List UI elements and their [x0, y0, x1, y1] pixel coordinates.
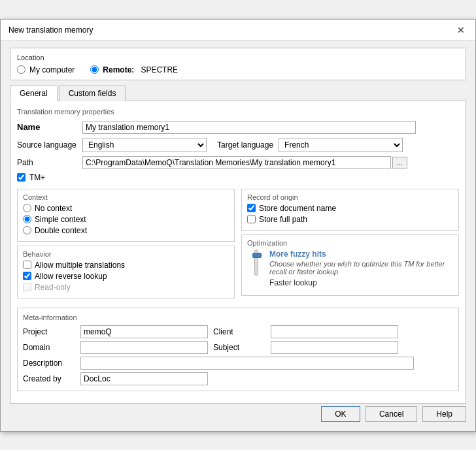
store-full-path-label: Store full path	[259, 215, 307, 224]
double-context-radio[interactable]	[23, 226, 31, 234]
more-fuzzy-label: More fuzzy hits	[269, 249, 453, 259]
created-by-input[interactable]	[80, 372, 208, 385]
faster-lookup-label: Faster lookup	[269, 278, 453, 287]
path-input[interactable]	[82, 156, 391, 169]
tm-plus-label: TM+	[29, 173, 45, 182]
name-row: Name	[17, 121, 459, 134]
meta-grid: Project Client Domain Subject Descriptio…	[23, 325, 453, 385]
location-section: Location My computer Remote: SPECTRE	[10, 48, 466, 80]
target-language-label: Target language	[217, 140, 273, 150]
description-input[interactable]	[80, 357, 414, 370]
client-input[interactable]	[271, 325, 398, 338]
store-doc-name-label: Store document name	[259, 204, 336, 213]
domain-input[interactable]	[80, 341, 208, 354]
dialog-body: Location My computer Remote: SPECTRE Gen…	[1, 41, 475, 431]
context-label: Context	[23, 193, 229, 201]
location-label: Location	[17, 54, 459, 61]
path-row: Path ...	[17, 156, 459, 169]
dialog: New translation memory ✕ Location My com…	[0, 19, 476, 432]
created-by-label: Created by	[23, 374, 75, 383]
no-context-radio[interactable]	[23, 204, 31, 212]
optimization-box: Optimization More fuzzy hits Choose whet…	[241, 234, 459, 296]
simple-context-label: Simple context	[35, 215, 86, 224]
tab-custom-fields[interactable]: Custom fields	[59, 86, 126, 101]
target-language-select[interactable]: French English German Spanish	[279, 138, 403, 152]
name-input[interactable]	[82, 121, 416, 134]
remote-radio[interactable]	[90, 65, 99, 74]
help-button[interactable]: Help	[422, 406, 466, 422]
opt-description: Choose whether you wish to optimize this…	[269, 260, 453, 276]
source-language-select[interactable]: English French German Spanish	[82, 138, 207, 152]
record-origin-label: Record of origin	[247, 193, 453, 201]
subject-label: Subject	[213, 343, 265, 352]
behavior-label: Behavior	[23, 250, 229, 258]
remote-label: Remote:	[103, 65, 134, 74]
double-context-item: Double context	[23, 226, 229, 235]
tm-plus-row: TM+	[17, 173, 459, 182]
meta-label: Meta-information	[23, 313, 453, 321]
record-origin-box: Record of origin Store document name Sto…	[241, 189, 459, 231]
path-label: Path	[17, 158, 82, 167]
two-col-section: Context No context Simple context Double…	[17, 189, 459, 302]
ok-button[interactable]: OK	[321, 406, 360, 422]
source-language-label: Source language	[17, 140, 82, 150]
cancel-button[interactable]: Cancel	[366, 406, 417, 422]
optimization-label: Optimization	[247, 239, 453, 247]
my-computer-radio[interactable]	[17, 65, 26, 74]
domain-label: Domain	[23, 343, 75, 352]
description-label: Description	[23, 359, 75, 368]
read-only-item: Read-only	[23, 283, 229, 292]
title-bar: New translation memory ✕	[1, 20, 475, 41]
project-label: Project	[23, 327, 75, 336]
allow-reverse-label: Allow reverse lookup	[35, 272, 107, 281]
read-only-label: Read-only	[35, 283, 71, 292]
store-full-path-checkbox[interactable]	[247, 215, 256, 223]
my-computer-label: My computer	[29, 65, 75, 74]
name-label: Name	[17, 122, 82, 132]
store-full-path-item: Store full path	[247, 215, 453, 224]
left-col: Context No context Simple context Double…	[17, 189, 235, 302]
allow-multiple-checkbox[interactable]	[23, 261, 31, 269]
right-col: Record of origin Store document name Sto…	[241, 189, 459, 302]
simple-context-radio[interactable]	[23, 215, 31, 223]
store-doc-name-checkbox[interactable]	[247, 204, 256, 212]
simple-context-item: Simple context	[23, 215, 229, 224]
allow-multiple-label: Allow multiple translations	[35, 261, 125, 270]
tab-general-content: Translation memory properties Name Sourc…	[10, 101, 466, 404]
location-row: My computer Remote: SPECTRE	[17, 65, 459, 74]
allow-reverse-checkbox[interactable]	[23, 272, 31, 280]
no-context-label: No context	[35, 204, 72, 213]
no-context-item: No context	[23, 204, 229, 213]
dialog-title: New translation memory	[8, 25, 93, 35]
my-computer-option: My computer	[17, 65, 75, 74]
props-section-label: Translation memory properties	[17, 108, 459, 116]
meta-box: Meta-information Project Client Domain S…	[17, 308, 459, 391]
double-context-label: Double context	[35, 226, 87, 235]
store-doc-name-item: Store document name	[247, 204, 453, 213]
behavior-box: Behavior Allow multiple translations All…	[17, 246, 235, 298]
language-row: Source language English French German Sp…	[17, 138, 459, 152]
button-row: OK Cancel Help	[10, 404, 466, 422]
browse-button[interactable]: ...	[392, 157, 407, 169]
context-box: Context No context Simple context Double…	[17, 189, 235, 242]
remote-value: SPECTRE	[141, 65, 178, 74]
subject-input[interactable]	[271, 341, 398, 354]
optimization-row: More fuzzy hits Choose whether you wish …	[247, 249, 453, 287]
tm-plus-checkbox[interactable]	[17, 173, 26, 182]
client-label: Client	[213, 327, 265, 336]
tab-general[interactable]: General	[10, 86, 58, 101]
allow-reverse-item: Allow reverse lookup	[23, 272, 229, 281]
read-only-checkbox[interactable]	[23, 283, 31, 291]
opt-text: More fuzzy hits Choose whether you wish …	[269, 249, 453, 287]
allow-multiple-item: Allow multiple translations	[23, 261, 229, 270]
close-button[interactable]: ✕	[454, 25, 468, 35]
project-input[interactable]	[80, 325, 208, 338]
tabs: General Custom fields	[10, 86, 466, 101]
remote-option: Remote: SPECTRE	[90, 65, 178, 74]
opt-slider	[247, 249, 265, 276]
